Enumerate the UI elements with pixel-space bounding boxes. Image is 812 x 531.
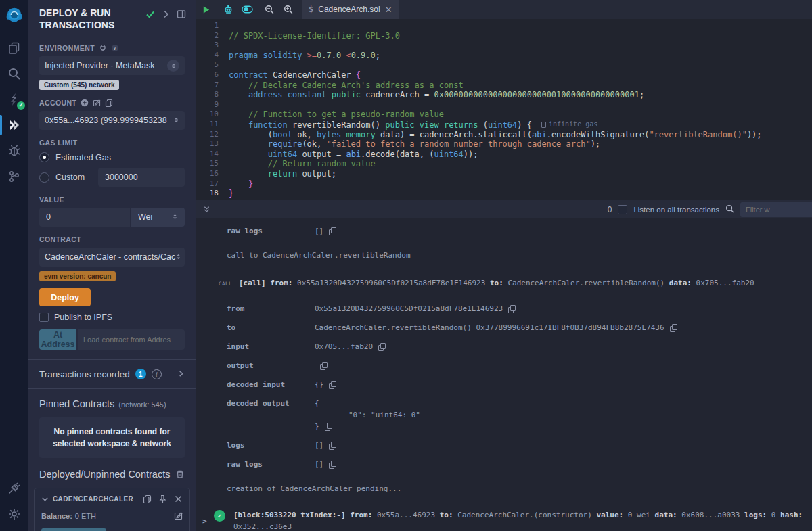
- line-number: 16: [196, 169, 229, 179]
- terminal-tx-summary[interactable]: ✓[block:5033220 txIndex:-] from: 0x55a..…: [214, 509, 812, 531]
- copy-icon[interactable]: [329, 227, 336, 235]
- plug-icon[interactable]: [99, 44, 107, 52]
- balance-value: 0 ETH: [75, 512, 96, 520]
- environment-select[interactable]: Injected Provider - MetaMask: [39, 56, 185, 75]
- debugger-icon[interactable]: [0, 138, 28, 164]
- close-icon[interactable]: [174, 494, 183, 503]
- zoom-out-icon[interactable]: [260, 0, 279, 19]
- deploy-run-icon[interactable]: [0, 112, 28, 138]
- tx-success-icon: ✓: [214, 510, 225, 522]
- network-badge: Custom (545) network: [39, 80, 119, 90]
- contract-select[interactable]: CadenceArchCaler - contracts/Cac: [39, 248, 185, 267]
- terminal-filter-input[interactable]: [740, 202, 812, 217]
- value-input[interactable]: [39, 208, 130, 227]
- gas-estimate-annotation: infinite gas: [541, 120, 597, 130]
- deployed-contract-card: CADENCEARCHCALER AT 0X Balance: 0 ETH ca…: [34, 488, 190, 531]
- search-icon[interactable]: [0, 61, 28, 87]
- code-line: 10 // Function to get a pseudo-random va…: [196, 110, 812, 120]
- copy-address-icon[interactable]: [143, 494, 152, 503]
- copy-icon[interactable]: [325, 423, 332, 431]
- terminal-kv-row: output: [196, 356, 812, 375]
- value-unit-select[interactable]: Wei: [131, 208, 185, 227]
- terminal-kv-row: from0x55a1320D432759960C5Df0215a8dF78e1E…: [196, 299, 812, 318]
- settings-icon[interactable]: [0, 501, 28, 527]
- info-icon[interactable]: i: [111, 44, 119, 52]
- terminal-prompt[interactable]: >: [202, 517, 207, 526]
- at-address-button[interactable]: At Address: [39, 329, 76, 350]
- terminal-call-summary[interactable]: CALL[call] from: 0x55a1320D432759960C5Df…: [196, 277, 812, 290]
- code-line: 6contract CadenceArchCaler {: [196, 70, 812, 80]
- deploy-run-panel: DEPLOY & RUN TRANSACTIONS ENVIRONMENT i …: [28, 0, 196, 531]
- zoom-in-icon[interactable]: [279, 0, 298, 19]
- edit-balance-icon[interactable]: [174, 511, 183, 520]
- add-account-icon[interactable]: [81, 99, 89, 107]
- copilot-toggle-icon[interactable]: [238, 0, 256, 19]
- publish-ipfs-option[interactable]: Publish to IPFS: [39, 313, 185, 322]
- chevron-right-icon[interactable]: [161, 9, 171, 19]
- close-tab-icon[interactable]: ✕: [385, 5, 392, 15]
- code-line: 18}: [196, 189, 812, 199]
- line-number: 1: [196, 21, 229, 31]
- code-line: 5: [196, 60, 812, 70]
- copy-icon[interactable]: [329, 442, 336, 450]
- copy-icon[interactable]: [508, 305, 515, 313]
- transaction-count: 0: [608, 205, 612, 214]
- pin-panel-icon[interactable]: [177, 9, 186, 19]
- pinned-contracts-title: Pinned Contracts (network: 545): [28, 389, 196, 409]
- custom-gas-radio[interactable]: [39, 172, 49, 183]
- custom-gas-option[interactable]: Custom: [39, 168, 185, 187]
- custom-gas-input[interactable]: [98, 168, 185, 187]
- remix-logo-icon[interactable]: [4, 5, 24, 26]
- solidity-compiler-icon[interactable]: ✓: [0, 87, 28, 112]
- deploy-button[interactable]: Deploy: [39, 288, 91, 306]
- account-select[interactable]: 0x55a...46923 (999.9999453238: [39, 111, 185, 130]
- terminal-kv-row: logs[]: [196, 436, 812, 455]
- terminal-kv-row: raw logs[]: [196, 455, 812, 474]
- code-editor[interactable]: 12// SPDX-License-Identifier: GPL-3.034p…: [196, 19, 812, 200]
- info-icon[interactable]: i: [152, 369, 162, 379]
- terminal-output[interactable]: raw logs[]call to CadenceArchCaler.rever…: [196, 218, 812, 531]
- copy-account-icon[interactable]: [105, 99, 113, 107]
- copy-icon[interactable]: [670, 324, 677, 332]
- pin-contract-icon[interactable]: [158, 494, 167, 503]
- solidity-file-icon: $: [309, 5, 313, 14]
- at-address-input[interactable]: [78, 329, 185, 350]
- copy-icon[interactable]: [329, 461, 336, 469]
- run-script-icon[interactable]: [196, 0, 215, 19]
- estimated-gas-option[interactable]: Estimated Gas: [39, 152, 185, 162]
- line-number: 12: [196, 130, 229, 140]
- copy-icon[interactable]: [320, 362, 327, 370]
- line-number: 17: [196, 179, 229, 189]
- contract-function-button[interactable]: cadenceArch: [41, 528, 106, 531]
- line-number: 11: [196, 120, 229, 130]
- chevron-down-icon[interactable]: [41, 495, 49, 503]
- file-explorer-icon[interactable]: [0, 35, 28, 61]
- code-line: 14 uint64 output = abi.decode(data, (uin…: [196, 149, 812, 160]
- code-line: 13 require(ok, "failed to fetch a random…: [196, 139, 812, 149]
- trash-icon[interactable]: [175, 469, 185, 479]
- activity-bar: ✓: [0, 0, 28, 531]
- listen-all-label: Listen on all transactions: [633, 206, 719, 214]
- ai-copilot-icon[interactable]: [219, 0, 238, 19]
- publish-ipfs-checkbox[interactable]: [39, 313, 49, 322]
- chevron-updown-icon: [175, 252, 181, 262]
- pinned-empty-message: No pinned contracts found for selected w…: [39, 417, 185, 458]
- sign-message-icon[interactable]: [93, 99, 101, 107]
- tab-cadencearch-sol[interactable]: $ CadenceArch.sol ✕: [302, 0, 399, 19]
- code-line: 17 }: [196, 179, 812, 189]
- line-number: 2: [196, 31, 229, 41]
- listen-all-checkbox[interactable]: [618, 205, 627, 214]
- code-line: 12 (bool ok, bytes memory data) = cadenc…: [196, 130, 812, 140]
- copy-icon[interactable]: [378, 343, 385, 351]
- chevron-updown-icon: [173, 116, 179, 125]
- plugin-manager-icon[interactable]: [0, 476, 28, 501]
- chevron-right-icon[interactable]: [177, 369, 185, 379]
- search-icon[interactable]: [725, 204, 734, 216]
- line-number: 9: [196, 100, 229, 110]
- git-icon[interactable]: [0, 164, 28, 189]
- estimated-gas-radio[interactable]: [39, 152, 49, 162]
- copy-icon[interactable]: [329, 381, 336, 389]
- collapse-terminal-icon[interactable]: [203, 204, 210, 216]
- contract-instance-name[interactable]: CADENCEARCHCALER AT 0X: [53, 495, 135, 503]
- transactions-recorded-row[interactable]: Transactions recorded 1 i: [28, 360, 196, 388]
